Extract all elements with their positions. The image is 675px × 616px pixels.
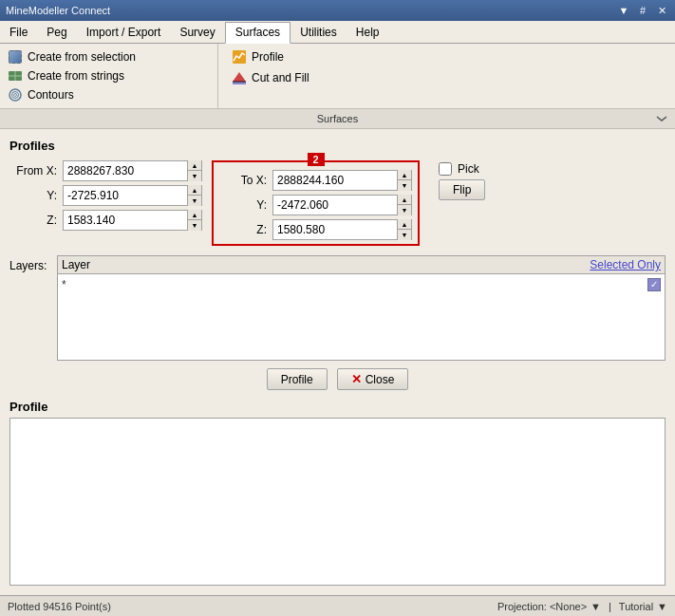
from-x-spinner[interactable]: ▲ ▼	[187, 160, 201, 181]
from-z-spin-down[interactable]: ▼	[188, 220, 201, 231]
to-x-label: To X:	[219, 174, 267, 187]
pick-checkbox[interactable]	[439, 162, 452, 176]
profiles-title: Profiles	[9, 139, 666, 153]
to-x-spin-up[interactable]: ▲	[398, 170, 411, 180]
to-x-spinner[interactable]: ▲ ▼	[397, 170, 411, 191]
to-z-input[interactable]	[273, 220, 397, 239]
svg-point-3	[9, 89, 21, 101]
status-right: Projection: <None> ▼ | Tutorial ▼	[497, 601, 667, 612]
from-z-input-wrap: ▲ ▼	[63, 210, 202, 231]
pick-row: Pick	[439, 162, 485, 176]
svg-rect-8	[233, 82, 246, 84]
to-z-input-wrap: ▲ ▼	[272, 219, 412, 240]
to-x-input-wrap: ▲ ▼	[272, 170, 412, 191]
cut-fill-label: Cut and Fill	[252, 71, 309, 84]
to-y-spin-down[interactable]: ▼	[398, 205, 411, 215]
right-dropdown: Profile Cut and Fill	[218, 44, 323, 108]
to-z-spin-up[interactable]: ▲	[398, 219, 411, 230]
menu-help[interactable]: Help	[347, 21, 389, 43]
cut-fill-icon	[232, 70, 247, 85]
from-z-spin-up[interactable]: ▲	[188, 210, 201, 220]
status-bar: Plotted 94516 Point(s) Projection: <None…	[0, 595, 675, 616]
to-z-row: Z: ▲ ▼	[219, 219, 412, 240]
from-z-input[interactable]	[64, 211, 187, 230]
to-z-spinner[interactable]: ▲ ▼	[397, 219, 411, 240]
menu-peg[interactable]: Peg	[37, 21, 76, 43]
create-from-selection-button[interactable]: Create from selection	[4, 47, 214, 66]
from-y-spinner[interactable]: ▲ ▼	[187, 185, 201, 206]
from-y-input[interactable]	[64, 186, 187, 205]
to-y-label: Y:	[219, 198, 267, 212]
create-strings-label: Create from strings	[28, 69, 124, 83]
profile-button[interactable]: Profile	[267, 368, 328, 390]
from-x-input[interactable]	[64, 161, 187, 180]
point2-label: 2	[308, 153, 325, 166]
from-y-spin-up[interactable]: ▲	[188, 185, 201, 196]
coordinate-section: From X: ▲ ▼ Y: ▲ ▼	[9, 160, 666, 246]
selected-only-button[interactable]: Selected Only	[590, 258, 661, 271]
main-content: Profiles From X: ▲ ▼ Y: ▲	[0, 129, 675, 595]
from-x-label: From X:	[9, 164, 57, 177]
from-y-row: Y: ▲ ▼	[9, 185, 202, 206]
projection-label: Projection: <None>	[497, 601, 587, 612]
window-controls: ▼ # ✕	[616, 5, 669, 17]
status-separator: |	[609, 601, 611, 612]
row-star: *	[62, 278, 75, 291]
from-x-spin-down[interactable]: ▼	[188, 171, 201, 181]
svg-marker-7	[233, 72, 246, 82]
title-bar: MineModeller Connect ▼ # ✕	[0, 0, 675, 21]
create-from-strings-button[interactable]: Create from strings	[4, 66, 214, 85]
to-y-spin-up[interactable]: ▲	[398, 195, 411, 205]
collapse-button[interactable]	[652, 109, 671, 128]
create-selection-icon	[8, 49, 23, 65]
to-x-input[interactable]	[273, 171, 397, 190]
point2-group: 2 To X: ▲ ▼ Y:	[212, 160, 420, 246]
tutorial-label: Tutorial	[619, 601, 653, 612]
layers-body: *	[58, 274, 665, 360]
to-x-row: To X: ▲ ▼	[219, 170, 412, 191]
menu-import-export[interactable]: Import / Export	[77, 21, 171, 43]
projection-dropdown-icon[interactable]: ▼	[591, 601, 601, 612]
to-y-input-wrap: ▲ ▼	[272, 195, 412, 215]
pick-label: Pick	[458, 162, 479, 176]
action-buttons: Pick Flip	[439, 160, 485, 246]
profile-canvas	[9, 418, 666, 586]
menu-surfaces[interactable]: Surfaces	[225, 22, 291, 44]
profile-icon	[232, 49, 247, 65]
table-row[interactable]: *	[58, 274, 665, 295]
to-y-input[interactable]	[273, 196, 397, 215]
from-x-input-wrap: ▲ ▼	[63, 160, 202, 181]
to-z-spin-down[interactable]: ▼	[398, 230, 411, 240]
layers-table: Layer Selected Only *	[57, 255, 666, 361]
from-x-row: From X: ▲ ▼	[9, 160, 202, 181]
to-y-spinner[interactable]: ▲ ▼	[397, 195, 411, 215]
close-x-icon: ✕	[351, 372, 362, 386]
from-y-label: Y:	[9, 189, 57, 202]
close-button[interactable]: ✕ Close	[337, 368, 409, 390]
contours-button[interactable]: Contours	[4, 85, 214, 104]
from-x-spin-up[interactable]: ▲	[188, 160, 201, 171]
profile-dropdown-item[interactable]: Profile	[226, 47, 315, 66]
cut-and-fill-dropdown-item[interactable]: Cut and Fill	[226, 68, 315, 87]
layers-label: Layers:	[9, 255, 51, 272]
close-window-button[interactable]: ✕	[654, 5, 669, 17]
flip-button[interactable]: Flip	[439, 179, 485, 200]
menu-utilities[interactable]: Utilities	[291, 21, 347, 43]
menu-survey[interactable]: Survey	[170, 21, 224, 43]
from-y-spin-down[interactable]: ▼	[188, 196, 201, 206]
layers-table-header: Layer Selected Only	[58, 256, 665, 274]
pin-button[interactable]: #	[635, 5, 650, 17]
menu-file[interactable]: File	[0, 21, 37, 43]
profile-label: Profile	[252, 50, 284, 64]
from-z-spinner[interactable]: ▲ ▼	[187, 210, 201, 231]
minimize-button[interactable]: ▼	[616, 5, 631, 17]
left-toolbar: Create from selection Create from string…	[0, 44, 218, 108]
from-z-label: Z:	[9, 214, 57, 227]
profile-section-title: Profile	[9, 400, 666, 414]
from-y-input-wrap: ▲ ▼	[63, 185, 202, 206]
tutorial-dropdown-icon[interactable]: ▼	[657, 601, 667, 612]
create-strings-icon	[8, 68, 23, 84]
to-x-spin-down[interactable]: ▼	[398, 180, 411, 191]
to-z-label: Z:	[219, 223, 267, 236]
layer-checkbox[interactable]	[647, 278, 661, 291]
